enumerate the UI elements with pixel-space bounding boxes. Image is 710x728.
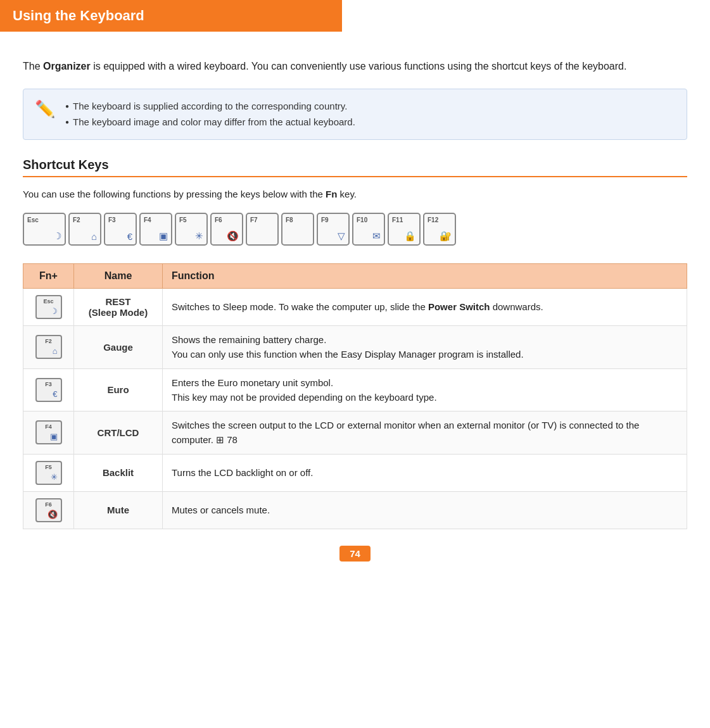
key-f2: F2 ⌂ bbox=[68, 213, 101, 246]
section-heading: Shortcut Keys bbox=[23, 158, 687, 177]
col-function: Function bbox=[163, 264, 687, 289]
small-key-f3: F3 € bbox=[35, 378, 62, 402]
table-row: F4 ▣ CRT/LCD Switches the screen output … bbox=[23, 411, 687, 455]
row6-function: Mutes or cancels mute. bbox=[163, 491, 687, 529]
table-row: F2 ⌂ Gauge Shows the remaining battery c… bbox=[23, 326, 687, 369]
row2-key: F2 ⌂ bbox=[23, 326, 74, 369]
intro-before: The bbox=[23, 61, 43, 72]
intro-paragraph: The Organizer is equipped with a wired k… bbox=[23, 58, 687, 75]
table-row: Esc ☽ REST(Sleep Mode) Switches to Sleep… bbox=[23, 289, 687, 326]
note-box: ✏️ The keyboard is supplied according to… bbox=[23, 89, 687, 140]
small-key-f4: F4 ▣ bbox=[35, 420, 62, 444]
fn-table: Fn+ Name Function Esc ☽ REST(Sleep Mode)… bbox=[23, 263, 687, 529]
table-row: F6 🔇 Mute Mutes or cancels mute. bbox=[23, 491, 687, 529]
key-f8: F8 bbox=[281, 213, 314, 246]
small-key-f5: F5 ✳ bbox=[35, 461, 62, 485]
small-key-esc: Esc ☽ bbox=[35, 295, 62, 319]
row1-name: REST(Sleep Mode) bbox=[74, 289, 163, 326]
row4-key: F4 ▣ bbox=[23, 411, 74, 455]
row3-name: Euro bbox=[74, 368, 163, 411]
table-header-row: Fn+ Name Function bbox=[23, 264, 687, 289]
row3-function: Enters the Euro monetary unit symbol.Thi… bbox=[163, 368, 687, 411]
key-diagram: Esc ☽ F2 ⌂ F3 € F4 ▣ F5 ✳ F6 🔇 F7 F8 bbox=[23, 213, 687, 246]
row2-name: Gauge bbox=[74, 326, 163, 369]
key-f3: F3 € bbox=[104, 213, 137, 246]
note-icon: ✏️ bbox=[35, 99, 55, 119]
col-fn-plus: Fn+ bbox=[23, 264, 74, 289]
page-number: 74 bbox=[23, 548, 687, 559]
col-name: Name bbox=[74, 264, 163, 289]
key-f4: F4 ▣ bbox=[139, 213, 172, 246]
row6-name: Mute bbox=[74, 491, 163, 529]
intro-bold: Organizer bbox=[43, 61, 91, 72]
note-item-1: The keyboard is supplied according to th… bbox=[65, 98, 355, 115]
table-row: F5 ✳ Backlit Turns the LCD backlight on … bbox=[23, 454, 687, 491]
key-f11: F11 🔒 bbox=[388, 213, 421, 246]
row1-function: Switches to Sleep mode. To wake the comp… bbox=[163, 289, 687, 326]
description-text: You can use the following functions by p… bbox=[23, 187, 687, 202]
small-key-f2: F2 ⌂ bbox=[35, 335, 62, 359]
note-item-2: The keyboard image and color may differ … bbox=[65, 114, 355, 130]
key-f9: F9 ▽ bbox=[317, 213, 350, 246]
header-title: Using the Keyboard bbox=[0, 0, 342, 32]
row3-key: F3 € bbox=[23, 368, 74, 411]
key-f6: F6 🔇 bbox=[210, 213, 243, 246]
key-f7: F7 bbox=[246, 213, 279, 246]
small-key-f6: F6 🔇 bbox=[35, 498, 62, 522]
note-text: The keyboard is supplied according to th… bbox=[65, 98, 355, 130]
key-esc: Esc ☽ bbox=[23, 213, 66, 246]
key-f12: F12 🔐 bbox=[423, 213, 456, 246]
row5-name: Backlit bbox=[74, 454, 163, 491]
row4-function: Switches the screen output to the LCD or… bbox=[163, 411, 687, 455]
table-row: F3 € Euro Enters the Euro monetary unit … bbox=[23, 368, 687, 411]
row1-key: Esc ☽ bbox=[23, 289, 74, 326]
row6-key: F6 🔇 bbox=[23, 491, 74, 529]
row2-function: Shows the remaining battery charge.You c… bbox=[163, 326, 687, 369]
row4-name: CRT/LCD bbox=[74, 411, 163, 455]
row5-key: F5 ✳ bbox=[23, 454, 74, 491]
key-f10: F10 ✉ bbox=[352, 213, 385, 246]
intro-after: is equipped with a wired keyboard. You c… bbox=[91, 61, 627, 72]
key-f5: F5 ✳ bbox=[175, 213, 208, 246]
page-header: Using the Keyboard bbox=[0, 0, 710, 32]
row5-function: Turns the LCD backlight on or off. bbox=[163, 454, 687, 491]
